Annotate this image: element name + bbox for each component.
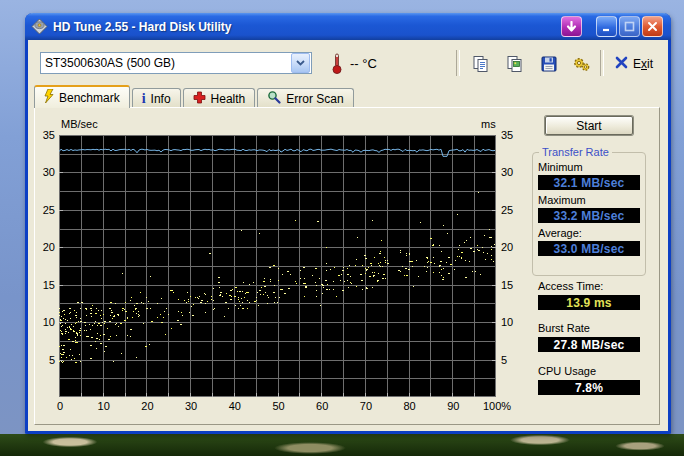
drive-select-value: ST3500630AS (500 GB) xyxy=(41,56,291,70)
window-titlebar[interactable]: HD Tune 2.55 - Hard Disk Utility xyxy=(25,13,671,40)
maximum-value: 33.2 MB/sec xyxy=(538,208,640,223)
health-cross-icon xyxy=(193,91,206,107)
y-left-tick-label: 15 xyxy=(35,279,55,291)
y-right-tick-label: 25 xyxy=(501,204,525,216)
y-right-tick-label: 30 xyxy=(501,166,525,178)
access-time-label: Access Time: xyxy=(538,280,603,292)
maximize-icon[interactable] xyxy=(619,16,640,37)
drive-select[interactable]: ST3500630AS (500 GB) xyxy=(40,52,312,74)
tab-label: Error Scan xyxy=(286,92,343,106)
benchmark-tab-page: MB/sec ms 353025201510535302520151050102… xyxy=(34,107,660,425)
desktop-background: HD Tune 2.55 - Hard Disk Utility xyxy=(0,0,684,456)
y-right-axis-title: ms xyxy=(481,118,496,130)
toolbar-separator xyxy=(600,50,604,76)
exit-label: Exit xyxy=(633,57,653,71)
tab-info[interactable]: i Info xyxy=(132,88,181,108)
tab-benchmark[interactable]: Benchmark xyxy=(34,85,130,108)
minimize-icon[interactable] xyxy=(596,16,617,37)
y-left-tick-label: 10 xyxy=(35,316,55,328)
close-icon[interactable] xyxy=(642,16,663,37)
chevron-down-icon[interactable] xyxy=(291,53,310,73)
save-icon[interactable] xyxy=(534,50,564,78)
tab-error-scan[interactable]: Error Scan xyxy=(257,88,353,108)
x-tick-label: 20 xyxy=(130,400,164,412)
temperature-icon xyxy=(331,53,343,74)
burst-rate-label: Burst Rate xyxy=(538,322,590,334)
y-left-tick-label: 30 xyxy=(35,166,55,178)
y-left-tick-label: 25 xyxy=(35,204,55,216)
x-tick-label: 90 xyxy=(436,400,470,412)
exit-icon xyxy=(615,56,628,72)
toolbar: ST3500630AS (500 GB) -- °C xyxy=(28,40,668,84)
access-time-value: 13.9 ms xyxy=(538,295,640,310)
y-left-tick-label: 20 xyxy=(35,241,55,253)
x-tick-label: 30 xyxy=(174,400,208,412)
x-tick-label: 60 xyxy=(305,400,339,412)
tab-label: Benchmark xyxy=(59,91,120,105)
window-title: HD Tune 2.55 - Hard Disk Utility xyxy=(53,20,561,34)
y-right-tick-label: 15 xyxy=(501,279,525,291)
toolbar-separator xyxy=(456,50,460,76)
benchmark-plot xyxy=(59,135,496,397)
y-left-tick-label: 35 xyxy=(35,129,55,141)
y-right-tick-label: 10 xyxy=(501,316,525,328)
temperature-value: -- °C xyxy=(350,56,377,71)
x-tick-label: 0 xyxy=(43,400,77,412)
copy-text-icon[interactable] xyxy=(466,50,496,78)
x-tick-label: 70 xyxy=(349,400,383,412)
x-tick-label: 40 xyxy=(218,400,252,412)
app-icon xyxy=(31,18,48,35)
y-left-axis-title: MB/sec xyxy=(61,118,98,130)
transfer-rate-legend: Transfer Rate xyxy=(539,146,612,158)
burst-rate-value: 27.8 MB/sec xyxy=(538,337,640,352)
tab-health[interactable]: Health xyxy=(183,88,256,108)
window-controls xyxy=(561,16,663,37)
benchmark-lightning-icon xyxy=(44,89,54,106)
x-tick-label: 10 xyxy=(87,400,121,412)
hdtune-window: HD Tune 2.55 - Hard Disk Utility xyxy=(25,13,671,434)
cpu-usage-label: CPU Usage xyxy=(538,365,596,377)
tab-label: Health xyxy=(211,92,246,106)
y-right-tick-label: 35 xyxy=(501,129,525,141)
roll-up-down-arrow-icon[interactable] xyxy=(561,16,582,37)
benchmark-chart-canvas xyxy=(59,135,496,397)
y-right-tick-label: 5 xyxy=(501,354,525,366)
x-tick-label: 80 xyxy=(393,400,427,412)
tab-label: Info xyxy=(151,92,171,106)
average-value: 33.0 MB/sec xyxy=(538,241,640,256)
info-icon: i xyxy=(142,93,146,105)
x-tick-label: 100% xyxy=(480,400,514,412)
client-area: ST3500630AS (500 GB) -- °C xyxy=(28,40,668,431)
copy-image-icon[interactable] xyxy=(500,50,530,78)
error-scan-magnifier-icon xyxy=(267,90,281,107)
y-right-tick-label: 20 xyxy=(501,241,525,253)
desktop-grass xyxy=(0,434,684,456)
start-button[interactable]: Start xyxy=(545,116,633,135)
maximum-label: Maximum xyxy=(538,194,586,206)
y-left-tick-label: 5 xyxy=(35,354,55,366)
minimum-label: Minimum xyxy=(538,161,583,173)
minimum-value: 32.1 MB/sec xyxy=(538,175,640,190)
average-label: Average: xyxy=(538,227,582,239)
exit-button[interactable]: Exit xyxy=(610,50,658,78)
x-tick-label: 50 xyxy=(262,400,296,412)
cpu-usage-value: 7.8% xyxy=(538,380,640,395)
options-gear-icon[interactable] xyxy=(566,50,596,78)
tab-bar: Benchmark i Info Health xyxy=(34,85,356,108)
